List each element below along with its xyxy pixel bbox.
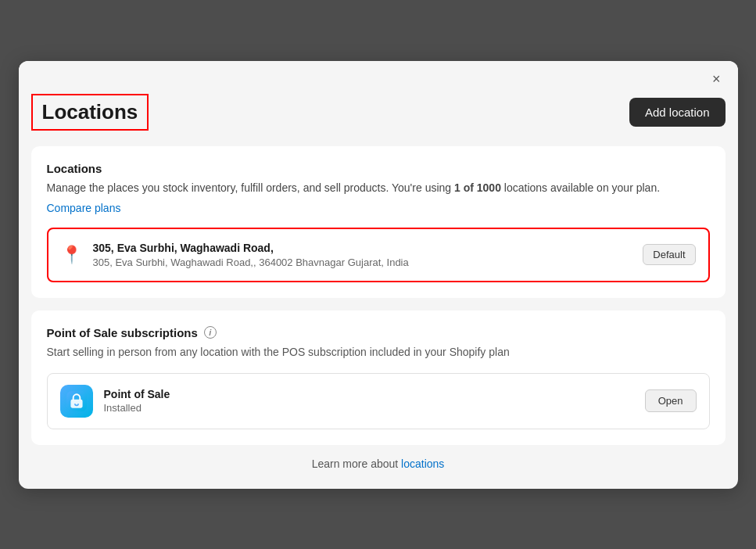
locations-card-heading: Locations [47,162,710,175]
learn-more-text: Learn more about [312,458,401,470]
pos-app-name: Point of Sale [104,388,170,400]
close-button[interactable]: × [708,70,726,88]
compare-plans-link[interactable]: Compare plans [47,202,121,214]
default-badge: Default [643,244,695,265]
usage-count: 1 of 1000 [454,181,501,194]
location-details: 305, Eva Surbhi, Waghawadi Road, 305, Ev… [93,242,409,268]
svg-rect-1 [70,399,82,407]
pos-title: Point of Sale subscriptions [47,326,198,339]
pos-open-button[interactable]: Open [645,389,697,412]
pos-description: Start selling in person from any locatio… [47,344,710,361]
info-icon[interactable]: i [204,326,217,339]
modal-scroll[interactable]: Locations Add location Locations Manage … [19,88,738,489]
pos-item: Point of Sale Installed Open [47,373,710,429]
modal-header: Locations Add location [31,88,726,146]
locations-description-card: Locations Manage the places you stock in… [31,146,726,298]
location-pin-icon: 📍 [61,245,82,265]
page-title: Locations [31,94,149,131]
pos-install-status: Installed [104,402,170,414]
description-start-text: Manage the places you stock inventory, f… [47,181,455,194]
pos-header: Point of Sale subscriptions i [47,326,710,339]
pos-item-left: Point of Sale Installed [60,385,170,418]
modal-overlay: × Locations Add location Locations Manag… [0,0,756,549]
pos-section: Point of Sale subscriptions i Start sell… [31,310,726,445]
location-address: 305, Eva Surbhi, Waghawadi Road,, 364002… [93,257,409,268]
add-location-button[interactable]: Add location [629,98,726,127]
description-end-text: locations available on your plan. [501,181,660,194]
pos-item-details: Point of Sale Installed [104,388,170,414]
modal: × Locations Add location Locations Manag… [19,61,738,489]
pos-app-icon [60,385,93,418]
location-name: 305, Eva Surbhi, Waghawadi Road, [93,242,409,254]
modal-close-bar: × [19,61,738,88]
location-item[interactable]: 📍 305, Eva Surbhi, Waghawadi Road, 305, … [47,228,710,282]
locations-learn-more-link[interactable]: locations [401,458,444,470]
learn-more-footer: Learn more about locations [31,458,726,470]
location-item-left: 📍 305, Eva Surbhi, Waghawadi Road, 305, … [61,242,409,268]
locations-description: Manage the places you stock inventory, f… [47,180,710,196]
